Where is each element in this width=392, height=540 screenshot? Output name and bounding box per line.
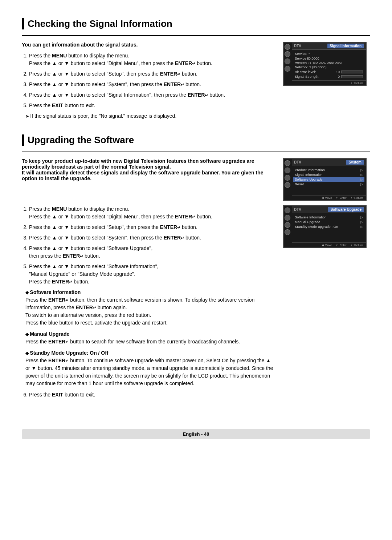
upgrade-bullets-list: Software Information Press the ENTER↵ bu… (25, 289, 276, 387)
signal-row-3: Multiplex: ? (TSID 0000, ONID 0000) (295, 61, 363, 65)
system-icon-2 (285, 168, 290, 173)
upgrade-intro-block: To keep your product up-to-date with new… (22, 158, 276, 186)
system-icon-4 (285, 182, 290, 188)
software-icon-4 (285, 229, 290, 235)
upgrade-steps-instructions: Press the MENU button to display the men… (22, 205, 276, 402)
software-row-manual: Manual Upgrade▷ (295, 219, 363, 224)
software-tv-header: DTV Software Upgrade (292, 206, 366, 213)
page-footer: English - 40 (22, 429, 370, 439)
signal-tv-with-icons: DTV Signal Information Service: ? Servic… (284, 43, 366, 85)
software-row-standby: Standby Mode upgrade : On▷ (295, 224, 363, 229)
software-dtv-label: DTV (294, 207, 301, 211)
signal-step-3: Press the ▲ or ▼ button to select "Syste… (29, 81, 276, 88)
signal-content: You can get information about the signal… (22, 42, 370, 121)
upgrade-content-top: To keep your product up-to-date with new… (22, 158, 370, 205)
system-icon-3 (285, 175, 290, 181)
system-tv-body: Product Information▷ Signal Information▷… (292, 166, 366, 195)
signal-icon-1 (285, 44, 290, 50)
system-screen-title: System (346, 160, 364, 165)
upgrade-bullet-title-2: Manual Upgrade (25, 331, 69, 337)
system-enter-label: ↵ Enter (336, 196, 346, 200)
signal-section: Checking the Signal Information You can … (22, 18, 370, 121)
upgrade-intro: To keep your product up-to-date with new… (22, 158, 276, 181)
signal-step-2: Press the ▲ or ▼ button to select "Setup… (29, 70, 276, 78)
signal-icon-2 (285, 51, 290, 57)
system-tv-inner: DTV System Product Information▷ Signal I… (292, 159, 366, 200)
upgrade-step-1: Press the MENU button to display the men… (29, 205, 276, 221)
system-tv-screen: DTV System Product Information▷ Signal I… (283, 158, 367, 201)
software-return-label: ↩ Return (351, 243, 363, 247)
software-icon-2 (285, 215, 290, 221)
signal-note-list: If the signal status is poor, the "No si… (25, 112, 276, 120)
upgrade-bullet-title-3: Standby Mode Upgrade: On / Off (25, 350, 109, 356)
signal-row-4: Network: ? (ID 0000) (295, 65, 363, 69)
signal-icon-3 (285, 59, 290, 64)
upgrade-step-2: Press the ▲ or ▼ button to select "Setup… (29, 223, 276, 231)
signal-strength-bar-bg (341, 75, 363, 78)
upgrade-bullet-standby: Standby Mode Upgrade: On / Off Press the… (25, 349, 276, 387)
system-row-reset: Reset▷ (295, 182, 363, 186)
upgrade-step-6: Press the EXIT button to exit. (29, 391, 276, 399)
system-row-signal: Signal Information▷ (295, 172, 363, 177)
software-enter-label: ↵ Enter (336, 243, 346, 247)
system-row-product: Product Information▷ (295, 168, 363, 172)
system-tv-icons (284, 159, 291, 200)
signal-step-1: Press the MENU button to display the men… (29, 52, 276, 67)
upgrade-step-5: Press the ▲ or ▼ button to select "Softw… (29, 263, 276, 286)
signal-icon-4 (285, 66, 290, 72)
software-tv-screen: DTV Software Upgrade Software Informatio… (283, 205, 367, 248)
signal-row-1: Service: ? (295, 51, 363, 56)
section-divider (22, 35, 370, 36)
system-return-label: ↩ Return (351, 196, 363, 200)
software-tv-footer: ◆ Move ↵ Enter ↩ Return (292, 242, 366, 247)
upgrade-step-3: Press the ▲ or ▼ button to select "Syste… (29, 234, 276, 242)
signal-bit-bar: 10 (336, 70, 363, 74)
signal-screen-title: Signal Information (327, 44, 364, 48)
upgrade-divider (22, 152, 370, 152)
upgrade-software-screenshot: DTV Software Upgrade Software Informatio… (283, 205, 370, 253)
signal-dtv-label: DTV (294, 44, 301, 48)
system-icon-1 (285, 160, 290, 166)
signal-step-4: Press the ▲ or ▼ button to select "Signa… (29, 91, 276, 99)
upgrade-section: Upgrading the Software To keep your prod… (22, 134, 370, 402)
signal-tv-body: Service: ? Service ID:0000 Multiplex: ? … (292, 50, 366, 80)
signal-tv-icons (284, 43, 291, 85)
signal-tv-header: DTV Signal Information (292, 43, 366, 50)
upgrade-step6-list: Press the EXIT button to exit. (29, 391, 276, 399)
signal-screenshot: DTV Signal Information Service: ? Servic… (283, 42, 370, 90)
system-dtv-label: DTV (294, 160, 301, 164)
signal-title: Checking the Signal Information (22, 18, 370, 29)
signal-row-2: Service ID:0000 (295, 56, 363, 61)
system-tv-with-icons: DTV System Product Information▷ Signal I… (284, 159, 366, 200)
upgrade-step-4: Press the ▲ or ▼ button to select "Softw… (29, 245, 276, 260)
signal-tv-footer: ↩ Return (292, 80, 366, 85)
signal-row-6: Signal Strength: 0 (295, 74, 363, 79)
upgrade-system-screenshot: DTV System Product Information▷ Signal I… (283, 158, 370, 205)
page-footer-container: English - 40 (22, 415, 370, 439)
signal-instructions: You can get information about the signal… (22, 42, 276, 121)
upgrade-steps-list: Press the MENU button to display the men… (29, 205, 276, 286)
software-icon-1 (285, 207, 290, 213)
signal-strength-bar: 0 (338, 74, 363, 78)
software-row-info: Software Information▷ (295, 215, 363, 219)
signal-note: If the signal status is poor, the "No si… (25, 112, 276, 120)
signal-step-5: Press the EXIT button to exit. (29, 102, 276, 109)
signal-return-label: ↩ Return (351, 81, 363, 85)
system-tv-footer: ◆ Move ↵ Enter ↩ Return (292, 195, 366, 200)
software-tv-inner: DTV Software Upgrade Software Informatio… (292, 206, 366, 247)
software-tv-with-icons: DTV Software Upgrade Software Informatio… (284, 206, 366, 247)
signal-tv-screen: DTV Signal Information Service: ? Servic… (283, 42, 367, 86)
upgrade-bullet-title-1: Software Information (25, 289, 81, 295)
upgrade-bullet-software-info: Software Information Press the ENTER↵ bu… (25, 289, 276, 327)
upgrade-bullet-manual: Manual Upgrade Press the ENTER↵ button t… (25, 330, 276, 346)
system-move-label: ◆ Move (322, 196, 332, 200)
software-move-label: ◆ Move (322, 243, 332, 247)
software-tv-icons (284, 206, 291, 247)
signal-tv-inner: DTV Signal Information Service: ? Servic… (292, 43, 366, 85)
signal-row-5: Bit error level: 10 (295, 69, 363, 74)
signal-bit-bar-bg (341, 70, 363, 73)
system-tv-header: DTV System (292, 159, 366, 166)
software-icon-3 (285, 222, 290, 228)
upgrade-steps-block: Press the MENU button to display the men… (22, 205, 370, 402)
system-row-software-highlight: Software Upgrade▷ (293, 177, 364, 182)
